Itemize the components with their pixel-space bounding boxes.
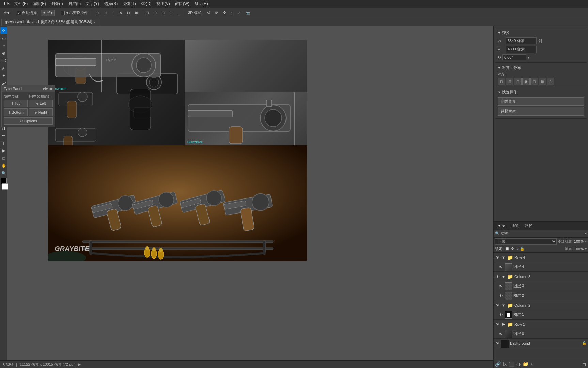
menu-text[interactable]: 文字(Y) <box>83 0 101 8</box>
eye-icon-2[interactable]: 👁 <box>498 293 503 298</box>
align-top-btn[interactable]: ⊠ <box>522 78 530 85</box>
new-layer-icon[interactable]: + <box>530 361 533 367</box>
folder-expand-row1[interactable]: ▶ <box>501 322 506 327</box>
blend-mode-select[interactable]: 正常 <box>495 238 557 245</box>
right-button[interactable]: ▶ Right <box>29 108 53 116</box>
menu-image[interactable]: 图像(I) <box>49 0 65 8</box>
menu-file[interactable]: 文件(F) <box>12 0 30 8</box>
width-input[interactable]: 3840 像素 <box>506 37 537 44</box>
menu-filter[interactable]: 滤镜(T) <box>120 0 138 8</box>
angle-input[interactable]: 0.00° <box>502 54 526 60</box>
pen-tool-icon[interactable]: ✒ <box>0 132 7 139</box>
menu-3d[interactable]: 3D(D) <box>139 1 154 7</box>
layer-row1-folder[interactable]: 👁 ▶ 📁 Row 1 <box>494 320 588 329</box>
lasso-icon[interactable]: ⌖ <box>0 42 7 49</box>
bottom-button[interactable]: ⬇ Bottom <box>4 108 28 116</box>
layer-row-4-folder[interactable]: 👁 ▼ 📁 Row 4 <box>494 253 588 262</box>
move-tool[interactable]: ✛ ▾ <box>2 10 11 16</box>
left-button[interactable]: ◀ Left <box>29 100 53 107</box>
quick-actions-header[interactable]: ▼ 快速操作 <box>498 89 584 96</box>
3d-roll[interactable]: ⟳ <box>213 10 220 16</box>
layer-col2-folder[interactable]: 👁 ▼ 📁 Column 2 <box>494 300 588 310</box>
auto-select-dropdown[interactable]: 图层 ▾ <box>41 10 55 16</box>
angle-dropdown[interactable]: ▾ <box>528 56 529 59</box>
align-top-edges[interactable]: ⊠ <box>118 10 124 16</box>
channels-tab[interactable]: 通道 <box>509 223 522 229</box>
select-subject-button[interactable]: 选择主体 <box>498 107 584 116</box>
show-transform-check[interactable]: 显示变换控件 <box>59 10 90 16</box>
eye-icon-col3[interactable]: 👁 <box>495 274 500 279</box>
lock-artboards-icon[interactable]: ⊕ <box>515 247 519 251</box>
folder-expand-col2[interactable]: ▼ <box>501 303 506 308</box>
menu-layer[interactable]: 图层(L) <box>66 0 83 8</box>
menu-edit[interactable]: 编辑(E) <box>30 0 48 8</box>
eye-icon-row1[interactable]: 👁 <box>495 322 500 327</box>
align-left-btn[interactable]: ⊟ <box>498 78 505 85</box>
show-transform-checkbox[interactable] <box>61 11 65 15</box>
auto-select-checkbox[interactable] <box>17 11 21 15</box>
layers-filter-dropdown[interactable]: ▾ <box>585 232 587 235</box>
text-tool-icon[interactable]: T <box>0 140 7 147</box>
3d-pan[interactable]: ✛ <box>221 10 228 16</box>
layers-tab[interactable]: 图层 <box>495 223 508 229</box>
tych-menu-icon[interactable]: ☰ <box>49 86 53 91</box>
distribute-centers-h[interactable]: ⊟ <box>152 10 158 16</box>
delete-layer-icon[interactable]: 🗑 <box>582 361 587 367</box>
auto-select-check[interactable]: 自动选择: <box>15 10 40 16</box>
remove-bg-button[interactable]: 删除背景 <box>498 97 584 106</box>
menu-select[interactable]: 选择(S) <box>102 0 120 8</box>
folder-expand-col3[interactable]: ▼ <box>501 274 506 279</box>
align-bottom-edges[interactable]: ⊞ <box>133 10 140 16</box>
eye-icon-0[interactable]: 👁 <box>498 332 503 336</box>
crop-icon[interactable]: ⛶ <box>0 57 7 64</box>
folder-expand-icon[interactable]: ▼ <box>501 255 506 260</box>
eye-icon-4[interactable]: 👁 <box>498 265 503 269</box>
layer-style-icon[interactable]: fx <box>503 361 507 367</box>
align-left-edges[interactable]: ⊟ <box>94 10 100 16</box>
eye-icon[interactable]: 👁 <box>495 255 500 260</box>
align-center-v-btn[interactable]: ⊟ <box>530 78 538 85</box>
distribute-top[interactable]: ⊟ <box>168 10 174 16</box>
menu-ps[interactable]: PS <box>2 1 12 7</box>
lock-pixels-icon[interactable]: 🔲 <box>505 247 510 251</box>
layer-background[interactable]: 👁 Background 🔒 <box>494 339 588 348</box>
layer-col3-folder[interactable]: 👁 ▼ 📁 Column 3 <box>494 272 588 281</box>
layer-item-3[interactable]: 👁 图层 3 <box>494 281 588 291</box>
rectangular-marquee-icon[interactable]: ▭ <box>0 35 7 42</box>
menu-help[interactable]: 帮助(H) <box>192 0 210 8</box>
link-layers-icon[interactable]: 🔗 <box>495 361 501 367</box>
transform-header[interactable]: ▼ 变换 <box>498 29 584 36</box>
height-input[interactable]: 4800 像素 <box>506 46 537 53</box>
tab-close-button[interactable]: × <box>93 20 95 24</box>
eye-icon-col2[interactable]: 👁 <box>495 303 500 308</box>
align-right-btn[interactable]: ⊟ <box>514 78 522 85</box>
layer-mask-icon[interactable]: ⬛ <box>509 361 514 367</box>
distribute-left[interactable]: ⊟ <box>144 10 151 16</box>
3d-orbit[interactable]: ↺ <box>205 10 212 16</box>
3d-camera[interactable]: 📷 <box>244 10 252 16</box>
fill-value[interactable]: 100% <box>574 247 584 251</box>
more-align-btn[interactable]: ⋮ <box>547 78 554 85</box>
eye-icon-3[interactable]: 👁 <box>498 284 503 289</box>
status-more-icon[interactable]: ▶ <box>78 362 81 367</box>
hand-icon[interactable]: ✋ <box>0 162 7 169</box>
menu-view[interactable]: 视图(V) <box>154 0 172 8</box>
eyedropper-icon[interactable]: 🖋 <box>0 65 7 72</box>
align-bottom-btn[interactable]: ⊞ <box>539 78 546 85</box>
eye-icon-1[interactable]: 👁 <box>498 312 503 317</box>
eye-icon-bg[interactable]: 👁 <box>495 341 500 346</box>
layer-item-2[interactable]: 👁 图层 2 <box>494 291 588 300</box>
document-tab[interactable]: graybite-collective-re-1 拷贝 3 @ 8.33% (图… <box>1 19 99 26</box>
3d-scale[interactable]: ⤢ <box>236 10 242 16</box>
3d-slide[interactable]: ↕ <box>229 10 234 16</box>
top-button[interactable]: ⬆ Top <box>4 100 28 107</box>
shape-icon[interactable]: □ <box>0 155 7 162</box>
distribute-right[interactable]: ⊟ <box>160 10 166 16</box>
align-centers-h[interactable]: ⊟ <box>125 10 132 16</box>
align-center-h-btn[interactable]: ⊞ <box>506 78 513 85</box>
layer-item-4[interactable]: 👁 图层 4 <box>494 262 588 272</box>
move-tool-icon[interactable]: ✛ <box>0 27 7 34</box>
tych-expand-icon[interactable]: ▶▶ <box>43 86 48 91</box>
align-right-edges[interactable]: ⊟ <box>110 10 116 16</box>
zoom-icon[interactable]: 🔍 <box>0 170 7 177</box>
